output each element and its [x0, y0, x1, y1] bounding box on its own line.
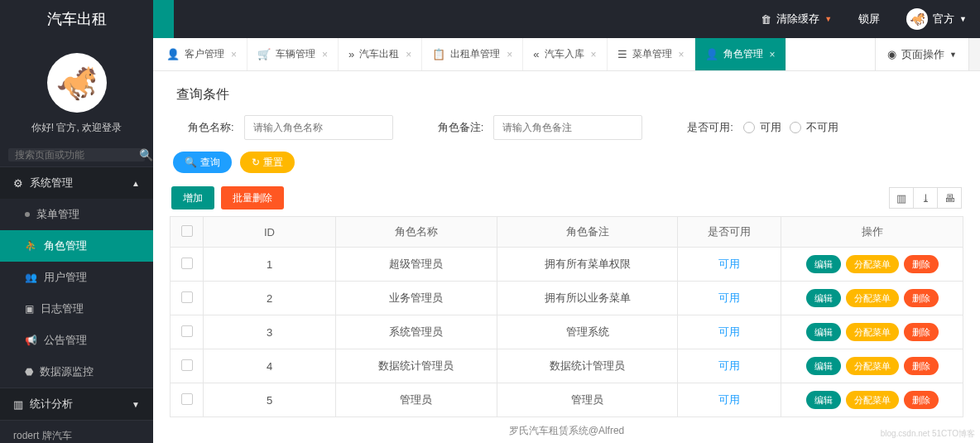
tab-label: 车辆管理: [276, 47, 315, 61]
sidebar-item-user-mgmt[interactable]: 👥用户管理: [0, 262, 153, 293]
book-icon: ▣: [25, 303, 34, 315]
tab[interactable]: «汽车入库×: [523, 38, 607, 70]
row-checkbox[interactable]: [171, 282, 204, 315]
close-icon[interactable]: ×: [589, 49, 597, 60]
role-name-input[interactable]: [244, 115, 393, 140]
radio-icon: [790, 122, 801, 133]
close-icon[interactable]: ×: [229, 49, 237, 60]
columns-tool-button[interactable]: ▥: [889, 187, 914, 209]
chevron-down-icon: ▼: [959, 15, 967, 23]
export-icon: ⤓: [921, 192, 930, 205]
tab[interactable]: 🛒车辆管理×: [247, 38, 339, 70]
search-icon[interactable]: 🔍: [139, 148, 153, 161]
dot-icon: [25, 212, 30, 217]
menu-group-label: 统计分析: [30, 397, 73, 412]
delete-button[interactable]: 删除: [904, 357, 939, 375]
cell-ops: 编辑分配菜单删除: [781, 349, 963, 383]
row-checkbox[interactable]: [171, 248, 204, 282]
sidebar-item-menu-mgmt[interactable]: 菜单管理: [0, 199, 153, 230]
tab[interactable]: 📋出租单管理×: [422, 38, 523, 70]
row-checkbox[interactable]: [171, 315, 204, 349]
cell-remark: 管理员: [497, 383, 677, 417]
cell-available: 可用: [678, 248, 781, 282]
menu-group-stats[interactable]: ▥ 统计分析 ▼: [0, 388, 153, 420]
assign-menu-button[interactable]: 分配菜单: [846, 391, 899, 409]
chevron-down-icon: ▼: [949, 51, 957, 59]
edit-button[interactable]: 编辑: [806, 323, 841, 341]
sidebar-item-datasource[interactable]: ⬣数据源监控: [0, 356, 153, 388]
tab-icon: 🛒: [257, 48, 271, 60]
cell-id: 4: [204, 349, 336, 383]
table-row: 3系统管理员管理系统可用编辑分配菜单删除: [171, 315, 963, 349]
table-toolbar: 增加 批量删除 ▥ ⤓ 🖶: [170, 186, 963, 216]
reset-button[interactable]: ↻重置: [240, 152, 295, 173]
cell-available: 可用: [678, 349, 781, 383]
user-menu[interactable]: 🐎 官方 ▼: [893, 8, 980, 30]
print-tool-button[interactable]: 🖶: [937, 187, 962, 209]
sidebar: 🐎 你好! 官方, 欢迎登录 🔍 ⚙ 系统管理 ▲ 菜单管理 ⛹角色管理 👥用户…: [0, 38, 153, 443]
sidebar-search[interactable]: 🔍: [8, 148, 145, 161]
chart-icon: ▥: [13, 398, 23, 411]
role-remark-input[interactable]: [493, 115, 642, 140]
assign-menu-button[interactable]: 分配菜单: [846, 289, 899, 307]
cell-name: 系统管理员: [336, 315, 497, 349]
role-remark-label: 角色备注:: [438, 120, 484, 135]
delete-button[interactable]: 删除: [904, 391, 939, 409]
accent-block: [153, 0, 174, 38]
col-available: 是否可用: [678, 217, 781, 248]
cube-icon: ⬣: [25, 366, 33, 378]
clear-cache-button[interactable]: 🗑 清除缓存 ▼: [747, 12, 845, 26]
sidebar-item-log-mgmt[interactable]: ▣日志管理: [0, 293, 153, 325]
watermark: blog.csdn.net 51CTO博客: [881, 428, 975, 440]
chevron-down-icon: ▼: [824, 15, 832, 23]
edit-button[interactable]: 编辑: [806, 289, 841, 307]
assign-menu-button[interactable]: 分配菜单: [846, 255, 899, 273]
sidebar-item-role-mgmt[interactable]: ⛹角色管理: [0, 230, 153, 262]
tab[interactable]: »汽车出租×: [339, 38, 422, 70]
tab-label: 角色管理: [723, 47, 763, 61]
export-tool-button[interactable]: ⤓: [913, 187, 938, 209]
row-checkbox[interactable]: [171, 349, 204, 383]
close-icon[interactable]: ×: [320, 49, 328, 60]
batch-delete-button[interactable]: 批量删除: [221, 186, 284, 209]
query-buttons: 🔍查询 ↻重置: [170, 152, 963, 186]
radio-available-no[interactable]: 不可用: [790, 120, 838, 135]
menu-group-system[interactable]: ⚙ 系统管理 ▲: [0, 166, 153, 199]
delete-button[interactable]: 删除: [904, 323, 939, 341]
lock-screen-button[interactable]: 锁屏: [845, 12, 893, 26]
table-row: 5管理员管理员可用编辑分配菜单删除: [171, 383, 963, 417]
tab[interactable]: 👤角色管理×: [695, 38, 786, 70]
header-checkbox[interactable]: [171, 217, 204, 248]
page-operations[interactable]: ◉ 页面操作 ▼: [875, 38, 968, 70]
delete-button[interactable]: 删除: [904, 289, 939, 307]
close-icon[interactable]: ×: [404, 49, 411, 60]
close-icon[interactable]: ×: [505, 49, 512, 60]
cell-remark: 拥有所有菜单权限: [497, 248, 677, 282]
user-name: 官方: [933, 12, 954, 26]
cell-remark: 拥有所以业务菜单: [497, 282, 677, 315]
edit-button[interactable]: 编辑: [806, 255, 841, 273]
avatar: 🐎: [906, 8, 928, 30]
cell-id: 3: [204, 315, 336, 349]
tab-label: 汽车入库: [545, 47, 584, 61]
close-icon[interactable]: ×: [768, 49, 776, 60]
search-input[interactable]: [15, 149, 139, 161]
section-title: 查询条件: [170, 83, 963, 115]
delete-button[interactable]: 删除: [904, 255, 939, 273]
tab[interactable]: ☰菜单管理×: [608, 38, 695, 70]
tab[interactable]: 👤客户管理×: [156, 38, 247, 70]
radio-available-yes[interactable]: 可用: [743, 120, 781, 135]
assign-menu-button[interactable]: 分配菜单: [846, 357, 899, 375]
trash-icon: 🗑: [761, 13, 771, 26]
scrollbar-vertical[interactable]: [968, 38, 980, 70]
search-button[interactable]: 🔍查询: [173, 152, 232, 173]
sidebar-item-notice-mgmt[interactable]: 📢公告管理: [0, 325, 153, 356]
assign-menu-button[interactable]: 分配菜单: [846, 323, 899, 341]
add-button[interactable]: 增加: [171, 186, 214, 209]
edit-button[interactable]: 编辑: [806, 391, 841, 409]
close-icon[interactable]: ×: [677, 49, 685, 60]
target-icon: ◉: [887, 48, 896, 60]
row-checkbox[interactable]: [171, 383, 204, 417]
edit-button[interactable]: 编辑: [806, 357, 841, 375]
person-icon: ⛹: [25, 240, 37, 252]
